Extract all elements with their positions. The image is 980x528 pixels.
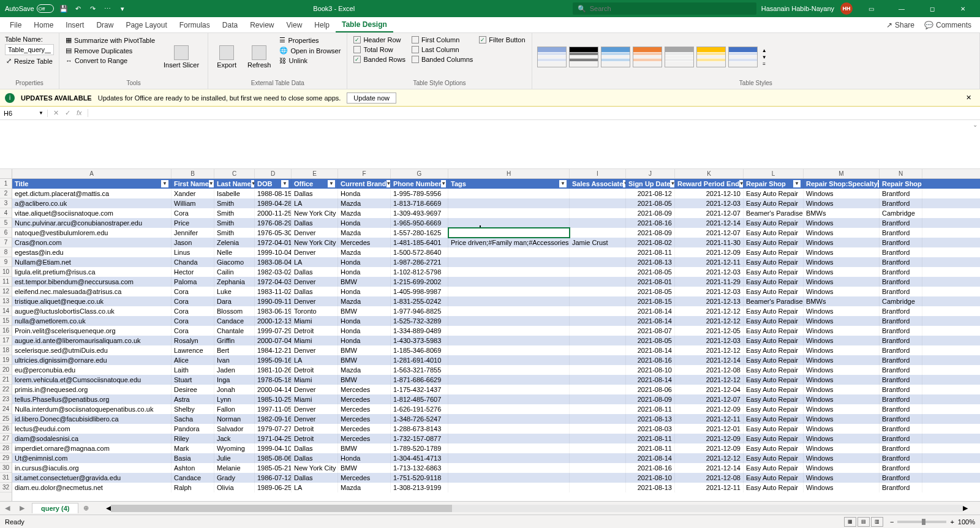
undo-icon[interactable]: ↶ <box>74 4 83 13</box>
table-cell[interactable]: Price <box>172 218 214 228</box>
table-cell[interactable]: 1-500-572-8640 <box>391 247 448 257</box>
tab-review[interactable]: Review <box>244 18 280 32</box>
table-cell[interactable]: Easy Auto Repair <box>744 473 804 483</box>
table-cell[interactable]: Nelle <box>214 247 255 257</box>
table-cell[interactable]: Blossom <box>214 306 255 316</box>
table-cell[interactable]: Easy Auto Repair <box>744 434 804 443</box>
table-cell[interactable]: 1997-11-05 <box>255 404 292 414</box>
table-cell[interactable]: 1-102-812-5798 <box>391 267 448 277</box>
table-cell[interactable]: ligula.elit.pretium@risus.ca <box>12 267 172 277</box>
table-cell[interactable]: egestas@in.edu <box>12 247 172 257</box>
table-cell[interactable]: BMW <box>338 277 391 287</box>
table-cell[interactable]: 2021-08-05 <box>626 267 675 277</box>
table-cell[interactable]: 1-334-889-0489 <box>391 326 448 336</box>
table-cell[interactable]: Mercedes <box>338 473 391 483</box>
table-cell[interactable]: BMW <box>338 375 391 385</box>
table-cell[interactable]: Brantford <box>880 404 922 414</box>
table-cell[interactable]: 2021-11-29 <box>675 277 744 287</box>
table-cell[interactable]: Dallas <box>292 443 338 453</box>
table-cell[interactable] <box>570 267 626 277</box>
table-cell[interactable]: Brantford <box>880 257 922 267</box>
table-cell[interactable]: vitae.aliquet@sociisnatoque.com <box>12 208 172 218</box>
table-cell[interactable]: 2021-08-10 <box>626 473 675 483</box>
table-cell[interactable]: Honda <box>338 218 391 228</box>
table-cell[interactable]: Cora <box>172 208 214 218</box>
table-header-cell[interactable]: Repair Shop:Specialty▼ <box>804 179 880 189</box>
table-cell[interactable]: Windows <box>804 385 880 394</box>
table-cell[interactable]: 1-871-686-6629 <box>391 375 448 385</box>
table-cell[interactable] <box>448 375 570 385</box>
table-cell[interactable]: Easy Auto Repair <box>744 267 804 277</box>
table-cell[interactable]: Ut@enimnisl.com <box>12 453 172 463</box>
tab-data[interactable]: Data <box>216 18 244 32</box>
table-cell[interactable]: Dallas <box>292 189 338 198</box>
table-cell[interactable] <box>448 473 570 483</box>
table-cell[interactable]: 2021-08-13 <box>626 257 675 267</box>
table-cell[interactable]: Smith <box>214 218 255 228</box>
table-cell[interactable]: 1-789-520-1789 <box>391 443 448 453</box>
table-cell[interactable]: Isabelle <box>214 189 255 198</box>
table-cell[interactable]: Ashton <box>172 463 214 473</box>
style-gallery-more-icon[interactable]: ▲▼≡ <box>760 48 769 67</box>
table-cell[interactable]: 1985-05-21 <box>255 463 292 473</box>
table-cell[interactable]: 1-751-520-9118 <box>391 473 448 483</box>
filter-dropdown-icon[interactable]: ▼ <box>281 180 288 187</box>
column-header[interactable]: D <box>255 169 292 178</box>
table-cell[interactable]: 1983-08-04 <box>255 257 292 267</box>
table-cell[interactable]: Cora <box>172 306 214 316</box>
filter-dropdown-icon[interactable]: ▼ <box>739 180 744 187</box>
column-header[interactable]: I <box>570 169 626 178</box>
table-cell[interactable]: Toronto <box>292 306 338 316</box>
table-cell[interactable]: Easy Auto Repair <box>744 316 804 326</box>
table-cell[interactable]: Denver <box>292 228 338 238</box>
redo-icon[interactable]: ↷ <box>88 4 98 13</box>
tab-page-layout[interactable]: Page Layout <box>119 18 173 32</box>
table-cell[interactable]: Ralph <box>172 483 214 492</box>
table-cell[interactable]: Lawrence <box>172 345 214 355</box>
table-cell[interactable] <box>448 257 570 267</box>
table-cell[interactable]: Detroit <box>292 326 338 336</box>
table-cell[interactable]: Xander <box>172 189 214 198</box>
table-cell[interactable] <box>570 385 626 394</box>
filter-dropdown-icon[interactable]: ▼ <box>670 180 675 187</box>
table-cell[interactable]: New York City <box>292 208 338 218</box>
table-cell[interactable]: 2021-12-07 <box>675 208 744 218</box>
table-cell[interactable]: Windows <box>804 277 880 287</box>
table-cell[interactable]: BMW <box>338 463 391 473</box>
row-header[interactable]: 28 <box>0 443 12 453</box>
filter-dropdown-icon[interactable]: ▼ <box>922 180 922 187</box>
table-cell[interactable]: 1999-04-10 <box>255 443 292 453</box>
table-cell[interactable] <box>570 473 626 483</box>
table-cell[interactable]: Brantford <box>880 345 922 355</box>
table-cell[interactable]: Denver <box>292 277 338 287</box>
table-cell[interactable]: 2021-12-07 <box>675 228 744 238</box>
maximize-icon[interactable]: ◻ <box>920 0 944 17</box>
filter-dropdown-icon[interactable]: ▼ <box>441 180 446 187</box>
table-header-cell[interactable]: Repair Shop▼ <box>880 179 922 189</box>
table-cell[interactable]: Mazda <box>338 296 391 306</box>
table-cell[interactable]: Brantford <box>880 238 922 247</box>
table-cell[interactable]: 2021-08-10 <box>626 365 675 375</box>
table-cell[interactable]: 2021-12-12 <box>675 375 744 385</box>
table-cell[interactable]: Easy Auto Repair <box>744 228 804 238</box>
table-cell[interactable]: 1-175-432-1437 <box>391 385 448 394</box>
table-cell[interactable]: augue.id.ante@liberomaurisaliquam.co.uk <box>12 336 172 345</box>
table-style-swatch[interactable] <box>569 47 598 67</box>
table-cell[interactable] <box>448 394 570 404</box>
table-cell[interactable]: 1983-11-02 <box>255 287 292 296</box>
table-cell[interactable]: Brantford <box>880 365 922 375</box>
table-cell[interactable]: 2021-12-13 <box>675 296 744 306</box>
table-cell[interactable]: 2021-12-08 <box>675 473 744 483</box>
table-cell[interactable]: 1988-08-15 <box>255 189 292 198</box>
table-cell[interactable]: 2021-08-05 <box>626 287 675 296</box>
table-header-cell[interactable]: Title▼ <box>12 179 172 189</box>
table-cell[interactable]: Easy Auto Repair <box>744 414 804 424</box>
table-cell[interactable]: Ivan <box>214 355 255 365</box>
sheet-nav-next-icon[interactable]: ▶ <box>15 504 29 512</box>
summarize-pivot-button[interactable]: ▦Summarize with PivotTable <box>64 36 156 45</box>
table-cell[interactable]: Windows <box>804 394 880 404</box>
table-cell[interactable]: imperdiet.ornare@magnaa.com <box>12 443 172 453</box>
table-header-cell[interactable]: Last Name▼ <box>214 179 255 189</box>
table-cell[interactable] <box>448 483 570 492</box>
table-cell[interactable]: 2021-08-15 <box>626 296 675 306</box>
